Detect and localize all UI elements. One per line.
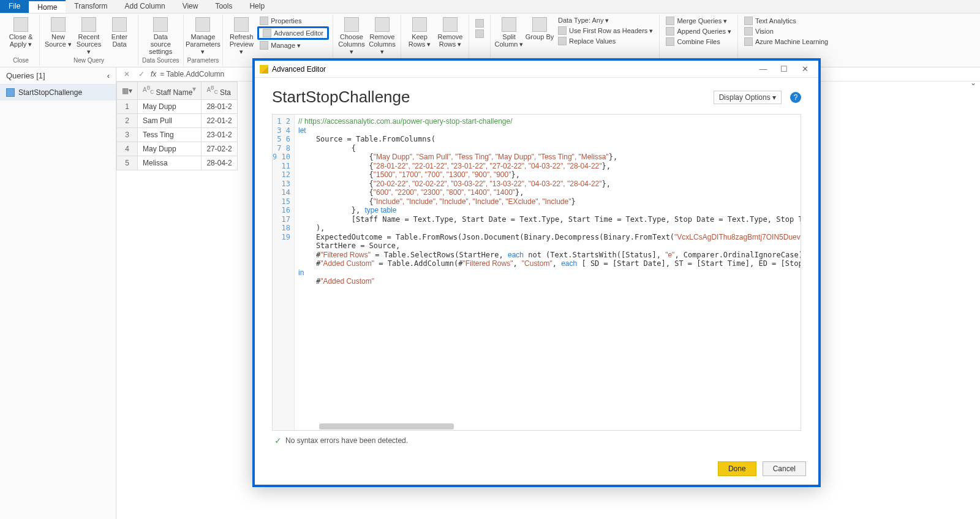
vision-label: Vision: [755, 28, 774, 35]
syntax-status: ✓ No syntax errors have been detected.: [272, 431, 801, 450]
table-row[interactable]: 3Tess Ting23-01-2: [117, 128, 238, 142]
ds-settings-label: Data source settings: [146, 33, 175, 55]
query-item-label: StartStopChallenge: [18, 88, 82, 97]
split-col-label: Split Column ▾: [494, 33, 524, 48]
combine-files-button[interactable]: Combine Files: [663, 37, 734, 47]
datatype-button[interactable]: Data Type: Any ▾: [556, 16, 655, 25]
first-row-headers-button[interactable]: Use First Row as Headers ▾: [556, 26, 655, 36]
tab-help[interactable]: Help: [241, 0, 273, 13]
checkmark-icon: ✓: [274, 436, 282, 445]
choose-cols-label: Choose Columns ▾: [337, 33, 366, 55]
queries-pane: Queries [1] ‹ StartStopChallenge: [0, 67, 116, 519]
done-button[interactable]: Done: [718, 461, 756, 476]
cancel-formula-icon[interactable]: ✕: [121, 70, 132, 78]
expand-settings-icon[interactable]: ⌄: [970, 78, 976, 87]
manage-params-label: Manage Parameters ▾: [186, 33, 221, 55]
dialog-title: Advanced Editor: [272, 65, 326, 74]
maximize-button[interactable]: ☐: [775, 64, 793, 74]
recent-sources-label: Recent Sources ▾: [74, 33, 104, 55]
manage-label: Manage ▾: [271, 42, 301, 50]
table-row[interactable]: 2Sam Pull22-01-2: [117, 114, 238, 128]
choose-columns-button[interactable]: Choose Columns ▾: [337, 15, 366, 57]
query-item[interactable]: StartStopChallenge: [0, 85, 116, 100]
dialog-heading: StartStopChallenge: [272, 88, 410, 107]
group-newquery-label: New Query: [74, 57, 104, 66]
new-source-button[interactable]: New Source ▾: [43, 15, 73, 57]
tab-home[interactable]: Home: [29, 0, 66, 13]
textan-label: Text Analytics: [755, 17, 796, 25]
minimize-button[interactable]: —: [755, 64, 772, 74]
cancel-button[interactable]: Cancel: [763, 461, 806, 476]
table-row[interactable]: 1May Dupp28-01-2: [117, 100, 238, 114]
group-by-label: Group By: [526, 33, 554, 40]
accept-formula-icon[interactable]: ✓: [136, 70, 147, 78]
scrollbar-thumb[interactable]: [319, 423, 454, 430]
table-icon: [6, 88, 15, 97]
code-content[interactable]: // https://accessanalytic.com.au/power-q…: [295, 115, 801, 430]
queries-header: Queries [1] ‹: [0, 67, 116, 85]
tab-file[interactable]: File: [0, 0, 29, 13]
display-options-dropdown[interactable]: Display Options ▾: [714, 91, 782, 104]
advanced-editor-dialog: Advanced Editor — ☐ ✕ StartStopChallenge…: [252, 58, 821, 487]
group-by-button[interactable]: Group By: [525, 15, 554, 57]
enter-data-button[interactable]: Enter Data: [105, 15, 134, 57]
new-source-label: New Source ▾: [43, 33, 73, 48]
menu-bar: File Home Transform Add Column View Tool…: [0, 0, 980, 13]
combine-label: Combine Files: [677, 38, 720, 45]
line-gutter: 1 2 3 4 5 6 7 8 9 10 11 12 13 14 15 16 1…: [273, 115, 295, 430]
properties-button[interactable]: Properties: [257, 16, 329, 26]
close-apply-button[interactable]: Close & Apply ▾: [6, 15, 36, 57]
text-analytics-button[interactable]: Text Analytics: [742, 16, 831, 26]
column-header-staff-name[interactable]: ABC Staff Name ▾: [138, 82, 202, 100]
table-row[interactable]: 4May Dupp27-02-2: [117, 142, 238, 156]
datatype-label: Data Type: Any ▾: [558, 17, 609, 25]
aml-label: Azure Machine Learning: [755, 38, 828, 45]
split-column-button[interactable]: Split Column ▾: [494, 15, 524, 57]
col2-label: Sta: [220, 88, 231, 97]
remove-rows-button[interactable]: Remove Rows ▾: [435, 15, 465, 57]
keep-rows-button[interactable]: Keep Rows ▾: [405, 15, 434, 57]
tab-view[interactable]: View: [174, 0, 207, 13]
close-dialog-button[interactable]: ✕: [796, 64, 813, 74]
enter-data-label: Enter Data: [105, 33, 134, 48]
remove-cols-label: Remove Columns ▾: [368, 33, 397, 55]
tab-tools[interactable]: Tools: [206, 0, 241, 13]
refresh-preview-button[interactable]: Refresh Preview ▾: [227, 15, 256, 57]
sort-desc-button[interactable]: [473, 29, 486, 39]
refresh-label: Refresh Preview ▾: [227, 33, 256, 55]
help-icon[interactable]: ?: [790, 92, 801, 103]
recent-sources-button[interactable]: Recent Sources ▾: [74, 15, 104, 57]
remove-rows-label: Remove Rows ▾: [435, 33, 465, 48]
replace-values-button[interactable]: Replace Values: [556, 36, 655, 46]
dialog-titlebar: Advanced Editor — ☐ ✕: [255, 61, 818, 78]
table-row[interactable]: 5Melissa28-04-2: [117, 156, 238, 170]
manage-button[interactable]: Manage ▾: [257, 40, 329, 50]
collapse-queries-icon[interactable]: ‹: [107, 71, 110, 80]
merge-label: Merge Queries ▾: [677, 17, 727, 25]
firstrow-label: Use First Row as Headers ▾: [569, 27, 653, 35]
merge-queries-button[interactable]: Merge Queries ▾: [663, 16, 734, 26]
datasource-settings-button[interactable]: Data source settings: [146, 15, 175, 57]
vision-button[interactable]: Vision: [742, 26, 831, 36]
replace-label: Replace Values: [569, 37, 616, 45]
col1-label: Staff Name: [156, 88, 193, 97]
table-corner[interactable]: ▦▾: [117, 82, 138, 100]
fx-icon[interactable]: fx: [151, 70, 156, 78]
close-apply-label: Close & Apply ▾: [6, 33, 36, 48]
aml-button[interactable]: Azure Machine Learning: [742, 37, 831, 47]
sort-asc-button[interactable]: [473, 18, 486, 28]
advanced-editor-button[interactable]: Advanced Editor: [257, 26, 329, 40]
horizontal-scrollbar[interactable]: [295, 423, 454, 430]
remove-columns-button[interactable]: Remove Columns ▾: [368, 15, 397, 57]
keep-rows-label: Keep Rows ▾: [405, 33, 434, 48]
dialog-footer: Done Cancel: [255, 455, 818, 485]
tab-transform[interactable]: Transform: [66, 0, 116, 13]
column-header-2[interactable]: ABC Sta: [202, 82, 237, 100]
code-editor[interactable]: 1 2 3 4 5 6 7 8 9 10 11 12 13 14 15 16 1…: [272, 114, 801, 431]
tab-add-column[interactable]: Add Column: [116, 0, 174, 13]
group-close-label: Close: [13, 57, 29, 66]
append-queries-button[interactable]: Append Queries ▾: [663, 26, 734, 36]
manage-parameters-button[interactable]: Manage Parameters ▾: [188, 15, 217, 57]
status-text: No syntax errors have been detected.: [285, 436, 408, 445]
properties-label: Properties: [271, 17, 301, 25]
